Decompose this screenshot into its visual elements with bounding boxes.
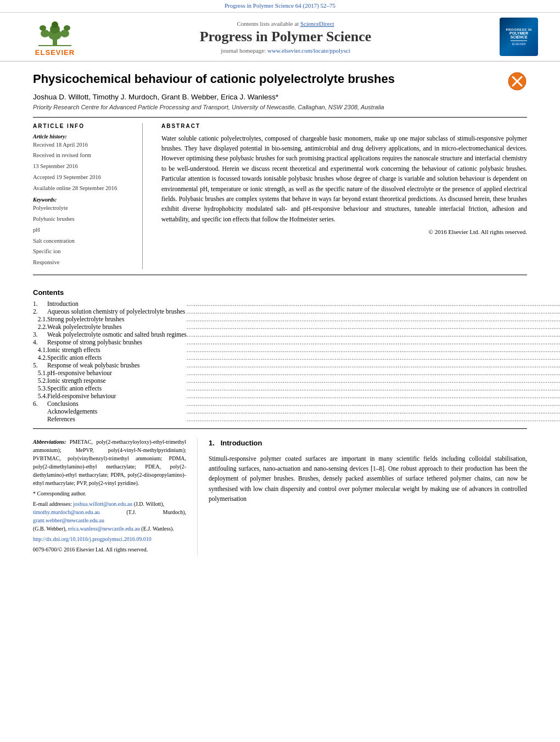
toc-num: 5. xyxy=(33,361,38,369)
toc-label: Response of weak polybasic brushes xyxy=(47,361,187,369)
contents-section: Contents 1. Introduction ...............… xyxy=(0,288,560,423)
keyword-2: Polybasic brushes xyxy=(33,215,133,224)
toc-num xyxy=(33,346,38,354)
toc-sub: 5.2. xyxy=(38,377,47,384)
toc-num xyxy=(33,323,38,331)
toc-row: References .............................… xyxy=(33,415,560,423)
email-addresses: E-mail addresses: joshua.willott@uon.edu… xyxy=(33,500,186,533)
toc-sub: 5.1. xyxy=(38,369,47,377)
keywords-section: Keywords: Polyelectrolyte Polybasic brus… xyxy=(33,197,133,267)
toc-num: 1. xyxy=(33,300,38,308)
toc-row: 5. Response of weak polybasic brushes ..… xyxy=(33,361,560,369)
svg-point-4 xyxy=(41,30,49,37)
intro-heading: 1. Introduction xyxy=(209,438,527,449)
svg-point-6 xyxy=(40,25,46,31)
keyword-4: Salt concentration xyxy=(33,237,133,246)
toc-num: 2. xyxy=(33,308,38,315)
toc-num: 4. xyxy=(33,338,38,346)
toc-sub xyxy=(38,300,47,308)
available: Available online 28 September 2016 xyxy=(33,184,133,193)
toc-dots-cell: ........................................… xyxy=(187,346,560,354)
toc-dots-cell: ........................................… xyxy=(187,408,560,415)
svg-point-3 xyxy=(52,21,58,28)
email-1[interactable]: joshua.willott@uon.edu.au xyxy=(73,501,132,507)
doi-link[interactable]: http://dx.doi.org/10.1016/j.progpolymsci… xyxy=(33,536,152,542)
abbreviations: Abbreviations: PMETAC, poly(2-methacrylo… xyxy=(33,438,186,487)
toc-label: Ionic strength effects xyxy=(47,346,187,354)
sciencedirect-link[interactable]: ScienceDirect xyxy=(300,20,334,27)
toc-sub xyxy=(38,400,47,408)
toc-num: 6. xyxy=(33,400,38,408)
received-1: Received 18 April 2016 xyxy=(33,141,133,149)
journal-citation: Progress in Polymer Science 64 (2017) 52… xyxy=(225,2,335,9)
accepted: Accepted 19 September 2016 xyxy=(33,173,133,182)
toc-label: Weak polyelectrolyte osmotic and salted … xyxy=(47,331,187,338)
toc-dots-cell: ........................................… xyxy=(187,315,560,323)
toc-row: 5.4. Field-responsive behaviour ........… xyxy=(33,392,560,400)
abstract-heading: ABSTRACT xyxy=(161,123,527,129)
journal-main-title: Progress in Polymer Science xyxy=(88,29,483,45)
toc-label: Response of strong polybasic brushes xyxy=(47,338,187,346)
email-2[interactable]: timothy.murdoch@uon.edu.au xyxy=(33,509,100,515)
intro-text: Stimuli-responsive polymer coated surfac… xyxy=(209,454,527,504)
revised-date: 13 September 2016 xyxy=(33,162,133,171)
toc-row: 5.3. Specific anion effects ............… xyxy=(33,384,560,392)
toc-dots-cell: ........................................… xyxy=(187,377,560,384)
keyword-6: Responsive xyxy=(33,258,133,267)
abbreviations-text: PMETAC, poly(2-methacryloyloxy)-ethyl-tr… xyxy=(33,439,186,486)
toc-label: Acknowledgements xyxy=(47,408,187,415)
toc-dots-cell: ........................................… xyxy=(187,308,560,315)
toc-row: Acknowledgements .......................… xyxy=(33,408,560,415)
toc-sub xyxy=(38,415,47,423)
affiliation-line: Priority Research Centre for Advanced Pa… xyxy=(33,104,527,110)
journal-homepage-link[interactable]: www.elsevier.com/locate/ppolysci xyxy=(267,47,350,54)
svg-point-7 xyxy=(64,25,70,31)
toc-sub xyxy=(38,308,47,315)
abstract-section: ABSTRACT Water soluble cationic polyelec… xyxy=(159,123,527,269)
journal-logo-right: PROGRESS IN POLYMER SCIENCE ELSEVIER xyxy=(483,18,538,56)
email-4[interactable]: erica.wanless@newcastle.edu.au xyxy=(68,526,140,532)
toc-row: 2. Aqueous solution chemistry of polyele… xyxy=(33,308,560,315)
keywords-label: Keywords: xyxy=(33,197,133,203)
toc-label: Strong polyelectrolyte brushes xyxy=(47,315,187,323)
toc-sub: 2.2. xyxy=(38,323,47,331)
toc-label: Ionic strength response xyxy=(47,377,187,384)
toc-num xyxy=(33,315,38,323)
toc-label: References xyxy=(47,415,187,423)
article-body: Physicochemical behaviour of cationic po… xyxy=(0,62,560,288)
toc-row: 1. Introduction ........................… xyxy=(33,300,560,308)
article-info-abstract: ARTICLE INFO Article history: Received 1… xyxy=(33,117,527,275)
toc-row: 4.1. Ionic strength effects ............… xyxy=(33,346,560,354)
title-row: Physicochemical behaviour of cationic po… xyxy=(33,71,527,87)
keyword-5: Specific ion xyxy=(33,247,133,256)
toc-label: Field-responsive behaviour xyxy=(47,392,187,400)
intro-column: 1. Introduction Stimuli-responsive polym… xyxy=(198,438,527,556)
toc-num xyxy=(33,392,38,400)
toc-label: Aqueous solution chemistry of polyelectr… xyxy=(47,308,187,315)
journal-logo-box: PROGRESS IN POLYMER SCIENCE ELSEVIER xyxy=(500,18,538,56)
article-history-label: Article history: xyxy=(33,133,133,140)
toc-label: Specific anion effects xyxy=(47,354,187,361)
toc-label: Conclusions xyxy=(47,400,187,408)
toc-dots-cell: ........................................… xyxy=(187,415,560,423)
toc-row: 5.2. Ionic strength response ...........… xyxy=(33,377,560,384)
toc-num xyxy=(33,384,38,392)
toc-dots-cell: ........................................… xyxy=(187,331,560,338)
page-container: Progress in Polymer Science 64 (2017) 52… xyxy=(0,0,560,742)
toc-dots-cell: ........................................… xyxy=(187,361,560,369)
elsevier-logo: ELSEVIER xyxy=(22,17,88,57)
revised-label: Received in revised form xyxy=(33,151,133,160)
elsevier-tree-icon xyxy=(33,17,77,47)
elsevier-label: ELSEVIER xyxy=(35,48,75,57)
toc-sub xyxy=(38,408,47,415)
copyright-line: © 2016 Elsevier Ltd. All rights reserved… xyxy=(161,228,527,235)
toc-sub: 4.1. xyxy=(38,346,47,354)
toc-sub: 5.4. xyxy=(38,392,47,400)
email-3[interactable]: grant.webber@newcastle.edu.au xyxy=(33,517,104,523)
toc-row: 2.1. Strong polyelectrolyte brushes ....… xyxy=(33,315,560,323)
contents-title: Contents xyxy=(33,288,527,297)
toc-label: pH–responsive behaviour xyxy=(47,369,187,377)
toc-dots-cell: ........................................… xyxy=(187,384,560,392)
toc-label: Weak polyelectrolyte brushes xyxy=(47,323,187,331)
toc-row: 5.1. pH–responsive behaviour ...........… xyxy=(33,369,560,377)
